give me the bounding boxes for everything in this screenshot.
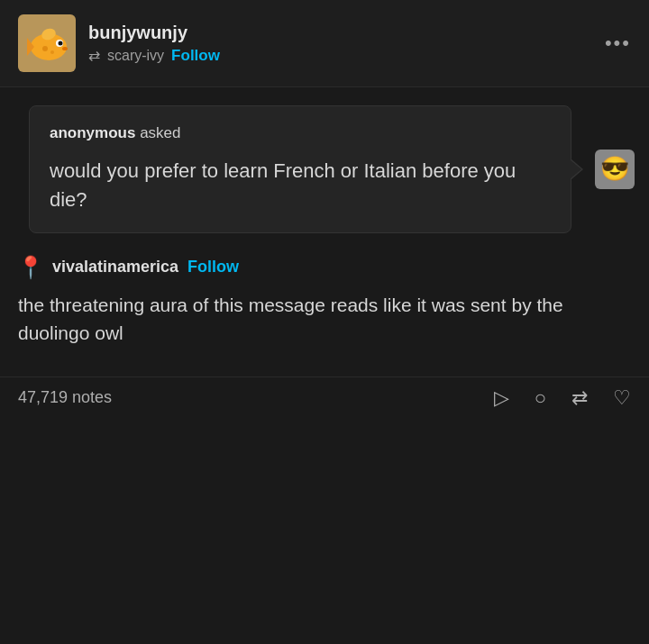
reblog-username: vivalatinamerica: [52, 258, 178, 277]
header-follow-button[interactable]: Follow: [171, 47, 220, 65]
post-body: 📍 vivalatinamerica Follow the threatenin…: [0, 251, 649, 376]
notes-count: 47,719 notes: [18, 388, 112, 407]
ask-question: would you prefer to learn French or Ital…: [50, 157, 551, 214]
reblog-user: scary-ivy: [107, 48, 164, 64]
ask-arrow-inner: [571, 160, 581, 178]
reblog-icon: ⇄: [88, 47, 100, 64]
action-icons: ▷ ○ ⇄ ♡: [494, 386, 631, 410]
like-button[interactable]: ♡: [613, 386, 631, 410]
share-button[interactable]: ▷: [494, 386, 509, 410]
ask-header: anonymous asked: [50, 124, 551, 142]
post-text: the threatening aura of this message rea…: [18, 291, 631, 348]
username: bunjywunjy: [88, 23, 220, 43]
svg-point-6: [62, 47, 68, 50]
avatar: [18, 14, 76, 72]
asked-label: asked: [140, 124, 180, 141]
post-header: bunjywunjy ⇄ scary-ivy Follow •••: [0, 0, 649, 87]
svg-point-7: [42, 46, 48, 51]
body-follow-button[interactable]: Follow: [187, 258, 239, 277]
ask-avatar-icon: 😎: [600, 155, 629, 183]
post-container: bunjywunjy ⇄ scary-ivy Follow ••• anonym…: [0, 0, 649, 424]
svg-point-5: [59, 41, 63, 46]
svg-point-8: [50, 50, 54, 54]
reblog-user-line: 📍 vivalatinamerica Follow: [18, 251, 631, 280]
comment-button[interactable]: ○: [535, 386, 546, 410]
asker-name: anonymous: [50, 124, 135, 141]
reblog-button[interactable]: ⇄: [571, 386, 588, 410]
post-footer: 47,719 notes ▷ ○ ⇄ ♡: [0, 376, 649, 424]
location-icon: 📍: [18, 255, 43, 280]
header-info: bunjywunjy ⇄ scary-ivy Follow: [88, 23, 220, 65]
ask-avatar: 😎: [595, 150, 635, 189]
reblog-line: ⇄ scary-ivy Follow: [88, 47, 220, 65]
more-options-button[interactable]: •••: [605, 32, 631, 55]
ask-block: anonymous asked would you prefer to lear…: [29, 105, 571, 233]
